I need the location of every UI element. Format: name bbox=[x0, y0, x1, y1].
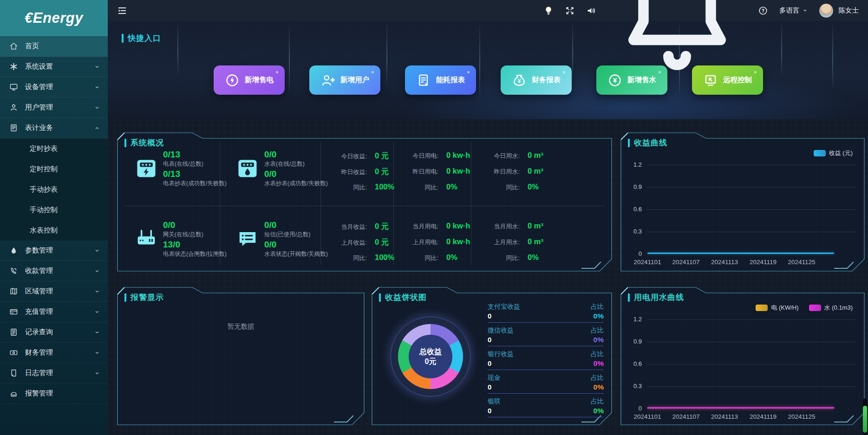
sidebar-item-label: 系统设置 bbox=[25, 62, 53, 71]
overview-card: 0/0水表(在线/总数)0/0水表抄表(成功数/失败数) bbox=[237, 149, 328, 188]
stat-row-value: 0 kw·h bbox=[446, 221, 470, 230]
sidebar-nav: 首页系统设置设备管理用户管理表计业务定时抄表定时控制手动抄表手动控制水表控制参数… bbox=[0, 36, 108, 404]
sidebar-item-首页[interactable]: 首页 bbox=[0, 36, 108, 57]
moneybag-icon: ¥ bbox=[512, 73, 527, 88]
quick-button-新增售电[interactable]: 新增售电 bbox=[214, 65, 285, 95]
avatar[interactable] bbox=[819, 4, 833, 18]
quick-button-新增用户[interactable]: 新增用户 bbox=[309, 65, 380, 95]
scrollbar-thumb[interactable] bbox=[863, 406, 867, 433]
x-tick-label: 20241107 bbox=[672, 413, 699, 420]
fullscreen-icon[interactable] bbox=[565, 6, 575, 16]
chevron-down-icon bbox=[94, 64, 100, 70]
empty-state-text: 暂无数据 bbox=[228, 322, 255, 331]
overview-card-stats: 0/0短信(已使用/总数)0/0水表状态(开阀数/关阀数) bbox=[264, 220, 328, 259]
sidebar-item-label: 表计业务 bbox=[25, 123, 53, 132]
overview-stat-row: 今日用水:0 m³ bbox=[477, 151, 543, 160]
sidebar-item-区域管理[interactable]: 区域管理 bbox=[0, 281, 108, 302]
pie-row-percent: 0% bbox=[594, 382, 604, 392]
sidebar-item-充值管理[interactable]: 充值管理 bbox=[0, 302, 108, 322]
chevron-down-icon bbox=[94, 104, 100, 111]
y-gridline bbox=[647, 319, 855, 320]
sidebar-item-设备管理[interactable]: 设备管理 bbox=[0, 77, 108, 97]
sidebar-item-用户管理[interactable]: 用户管理 bbox=[0, 97, 108, 118]
income-pie-panel: 收益饼状图 总收益 0元 支付宝收益占比00%微信收益占比00%银行收益占比00… bbox=[372, 287, 612, 425]
pie-row-ratio-label: 占比 bbox=[591, 397, 604, 406]
legend-item-电 (KW/H)[interactable]: 电 (KW/H) bbox=[756, 304, 798, 312]
sidebar-item-日志管理[interactable]: 日志管理 bbox=[0, 363, 108, 383]
pie-row-ratio-label: 占比 bbox=[591, 373, 604, 382]
sidebar-subitem-定时抄表[interactable]: 定时抄表 bbox=[0, 138, 108, 159]
sidebar-item-系统设置[interactable]: 系统设置 bbox=[0, 57, 108, 77]
stat-value: 0/13 bbox=[163, 169, 227, 179]
y-tick-label: 0.3 bbox=[620, 228, 642, 235]
sidebar-item-记录查询[interactable]: 记录查询 bbox=[0, 322, 108, 343]
sidebar-item-参数管理[interactable]: 参数管理 bbox=[0, 240, 108, 261]
sidebar-submenu: 定时抄表定时控制手动抄表手动控制水表控制 bbox=[0, 138, 108, 240]
overview-card-stats: 0/13电表(在线/总数)0/13电表抄表(成功数/失败数) bbox=[163, 149, 227, 188]
chevron-down-icon bbox=[94, 84, 100, 91]
overview-stat-row: 当月用电:0 kw·h bbox=[396, 221, 470, 231]
lightbulb-icon[interactable] bbox=[543, 6, 554, 16]
sidebar-subitem-定时控制[interactable]: 定时控制 bbox=[0, 159, 108, 179]
sms-icon bbox=[237, 228, 258, 250]
stat-row-label: 当月用电: bbox=[396, 222, 438, 231]
stat-label: 电表(在线/总数) bbox=[163, 160, 227, 169]
bell-icon[interactable] bbox=[607, 73, 747, 81]
stat-label: 短信(已使用/总数) bbox=[264, 230, 328, 239]
finance-icon bbox=[9, 348, 18, 357]
user-name: 陈女士 bbox=[839, 6, 859, 15]
sidebar-item-报警管理[interactable]: 报警管理 bbox=[0, 383, 108, 404]
sidebar-item-label: 充值管理 bbox=[25, 307, 53, 316]
stat-value: 0/0 bbox=[264, 149, 328, 160]
svg-text:?: ? bbox=[762, 7, 764, 13]
overview-stat-row: 同比:100% bbox=[324, 253, 394, 262]
pie-row-percent: 0% bbox=[594, 406, 604, 416]
overview-stat-row: 当月收益:0 元 bbox=[324, 221, 389, 232]
quick-button-能耗报表[interactable]: 能耗报表 bbox=[405, 65, 476, 95]
sidebar-item-财务管理[interactable]: 财务管理 bbox=[0, 343, 108, 363]
chevron-down-icon bbox=[94, 350, 100, 356]
pie-row-divider bbox=[488, 393, 604, 394]
y-tick-label: 1.2 bbox=[620, 316, 642, 323]
sidebar-item-表计业务[interactable]: 表计业务 bbox=[0, 118, 108, 138]
chevron-down-icon bbox=[94, 309, 100, 315]
stat-row-value: 0 元 bbox=[375, 151, 389, 161]
x-tick-label: 20241113 bbox=[711, 413, 738, 420]
collapse-menu-icon[interactable] bbox=[117, 6, 127, 16]
legend-item-水 (0.1m3)[interactable]: 水 (0.1m3) bbox=[809, 304, 853, 312]
speaker-icon[interactable] bbox=[586, 6, 596, 16]
app-logo[interactable]: €Energy bbox=[0, 0, 108, 36]
y-tick-label: 0.9 bbox=[620, 183, 642, 190]
row-divider bbox=[124, 206, 606, 206]
stat-row-label: 同比: bbox=[396, 183, 438, 192]
donut-center: 总收益 0元 bbox=[409, 335, 452, 378]
sidebar-item-收款管理[interactable]: 收款管理 bbox=[0, 261, 108, 281]
language-selector[interactable]: 多语言 bbox=[779, 6, 808, 15]
gateway-icon bbox=[136, 228, 157, 250]
title-accent-bar bbox=[628, 293, 630, 302]
stat-row-value: 0 元 bbox=[375, 237, 389, 247]
help-icon[interactable]: ? bbox=[758, 6, 768, 16]
overview-stat-row: 上月收益:0 元 bbox=[324, 237, 389, 247]
sidebar-subitem-水表控制[interactable]: 水表控制 bbox=[0, 220, 108, 240]
stat-row-label: 当月用水: bbox=[477, 222, 520, 231]
droplet-icon bbox=[9, 246, 18, 255]
quick-button-label: 能耗报表 bbox=[436, 75, 465, 85]
overview-stat-row: 今日收益:0 元 bbox=[324, 151, 389, 161]
phone-icon bbox=[9, 266, 18, 275]
monitor-icon bbox=[9, 83, 18, 91]
chevron-down-icon bbox=[94, 247, 100, 254]
overview-card-stats: 0/0水表(在线/总数)0/0水表抄表(成功数/失败数) bbox=[264, 149, 328, 188]
svg-text:¥: ¥ bbox=[518, 78, 521, 84]
sidebar-subitem-手动控制[interactable]: 手动控制 bbox=[0, 200, 108, 220]
chevron-down-icon bbox=[802, 7, 808, 13]
x-tick-label: 20241125 bbox=[788, 413, 815, 420]
sidebar-item-label: 报警管理 bbox=[25, 389, 53, 398]
legend-item-收益 (元)[interactable]: 收益 (元) bbox=[814, 149, 853, 157]
stat-value: 0/0 bbox=[264, 169, 328, 179]
stat-value: 0/0 bbox=[163, 220, 227, 230]
notifications[interactable]: 0 bbox=[607, 0, 747, 81]
pie-row-value: 0 bbox=[488, 335, 491, 344]
sidebar-subitem-手动抄表[interactable]: 手动抄表 bbox=[0, 179, 108, 200]
legend-label: 水 (0.1m3) bbox=[824, 304, 853, 312]
